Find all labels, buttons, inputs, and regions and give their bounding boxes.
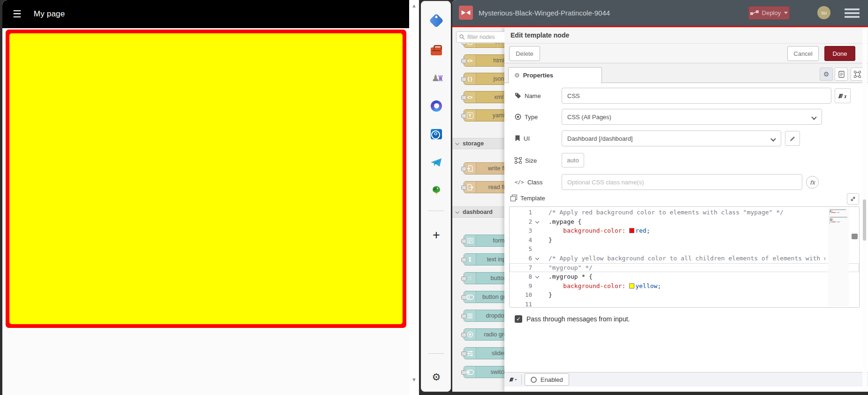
deploy-button[interactable]: Deploy: [748, 6, 790, 20]
code-line-9[interactable]: 9 background-color: yellow;: [510, 281, 859, 291]
code-line-5[interactable]: 5: [510, 244, 859, 254]
ui-select[interactable]: Dashboard [/dashboard]: [562, 130, 781, 146]
palette-node-radio-group[interactable]: radio group: [464, 328, 504, 341]
dashboard-header: ☰ My page: [2, 0, 409, 28]
main-menu-icon[interactable]: [845, 8, 860, 20]
fold-icon[interactable]: [535, 256, 539, 260]
code-line-11[interactable]: 11: [510, 300, 859, 308]
deploy-icon: [750, 10, 759, 15]
bookmark-icon: [515, 135, 520, 142]
type-row: Type CSS (All Pages): [504, 109, 868, 125]
palette-category-dashboard[interactable]: dashboard: [452, 206, 504, 218]
code-icon: </>: [515, 179, 524, 185]
palette-node-html[interactable]: <>html: [464, 54, 504, 67]
user-avatar[interactable]: su: [817, 6, 830, 19]
sidebar-divider: [428, 353, 444, 354]
scope-icon: [515, 114, 521, 120]
code-line-3[interactable]: 3 background-color: red;: [510, 226, 859, 235]
passthrough-checkbox[interactable]: ✓: [515, 315, 522, 323]
palette-node-write-file[interactable]: write file: [464, 162, 504, 175]
object-group-icon: [515, 157, 522, 164]
book-icon: [509, 376, 518, 383]
palette-node-yaml[interactable]: Yyaml: [464, 109, 504, 122]
line-number: 3: [510, 226, 532, 235]
palette-node-button-group[interactable]: button group: [464, 291, 504, 303]
add-icon[interactable]: +: [421, 228, 451, 242]
done-button[interactable]: Done: [824, 46, 855, 61]
appearance-view-button[interactable]: [851, 68, 864, 81]
class-row: </> Class fx: [504, 174, 868, 190]
code-line-8[interactable]: 8.mygroup * {: [510, 272, 859, 281]
palette-node-read-file[interactable]: read file: [464, 181, 504, 193]
expand-editor-button[interactable]: [847, 193, 859, 205]
scroll-down-icon[interactable]: ▼: [409, 377, 419, 382]
color-swatch: [629, 228, 634, 233]
delete-button[interactable]: Delete: [509, 46, 540, 61]
name-input[interactable]: [562, 88, 831, 104]
fold-icon[interactable]: [535, 219, 539, 223]
dashboard-scrollbar[interactable]: ▲ ▼: [409, 0, 419, 395]
browser-app-sidebar: ♟♜+⚙: [421, 1, 451, 392]
code-line-7[interactable]: 7"mygroup" */: [510, 263, 859, 273]
outlook-icon[interactable]: [421, 127, 451, 141]
size-button[interactable]: auto: [562, 153, 584, 167]
games-icon[interactable]: ♟♜: [421, 71, 451, 85]
name-row: Name: [504, 88, 868, 104]
code-line-10[interactable]: 10}: [510, 290, 859, 300]
code-line-1[interactable]: 1/* Apply red background color to elemen…: [510, 208, 859, 217]
editor-minimap[interactable]: [828, 208, 849, 306]
color-swatch: [629, 283, 634, 289]
properties-view-button[interactable]: ⚙: [820, 68, 833, 81]
line-number: 4: [510, 235, 532, 245]
palette-node-json[interactable]: {}json: [464, 73, 504, 85]
cancel-button[interactable]: Cancel: [787, 46, 819, 61]
code-line-2[interactable]: 2.mypage {: [510, 217, 859, 227]
edit-ui-button[interactable]: [785, 131, 800, 146]
palette-node-csv[interactable]: csv: [464, 43, 504, 48]
scroll-up-icon[interactable]: ▲: [409, 3, 419, 8]
tag-icon[interactable]: [421, 14, 451, 28]
code-line-6[interactable]: 6/* Apply yellow background color to all…: [510, 254, 859, 263]
chevron-down-icon: [455, 210, 459, 213]
menu-icon[interactable]: ☰: [13, 8, 22, 20]
palette-search-input[interactable]: [467, 34, 504, 40]
type-select-value: CSS (All Pages): [567, 114, 611, 121]
settings-icon[interactable]: ⚙: [421, 370, 451, 384]
palette-node-slider[interactable]: slider: [464, 347, 504, 359]
code-line-4[interactable]: 4}: [510, 235, 859, 245]
palette-node-dropdown[interactable]: dropdown: [464, 310, 504, 322]
library-button[interactable]: [835, 88, 851, 103]
line-number: 7: [510, 263, 532, 273]
palette-search[interactable]: [456, 31, 504, 43]
screen: ☰ My page ▲ ▼ ♟♜+⚙ Mysterious-Black-Wing…: [0, 0, 868, 395]
tray-scrollbar-thumb[interactable]: [863, 199, 866, 241]
bird-icon[interactable]: [421, 183, 451, 198]
class-input[interactable]: [562, 174, 802, 190]
deploy-caret-icon[interactable]: [784, 12, 788, 14]
tab-properties[interactable]: ⚙ Properties: [508, 67, 602, 84]
palette-node-xml[interactable]: <>xml: [464, 91, 504, 103]
appearance-icon: [854, 71, 861, 78]
node-help-button[interactable]: [509, 376, 518, 383]
toolbox-icon[interactable]: [421, 43, 451, 57]
type-select[interactable]: CSS (All Pages): [562, 109, 822, 125]
office-loop-icon[interactable]: [421, 99, 451, 113]
palette-node-button[interactable]: ☝button: [464, 272, 504, 284]
description-view-button[interactable]: [835, 68, 848, 81]
enabled-toggle-button[interactable]: Enabled: [525, 373, 569, 386]
telegram-icon[interactable]: [421, 155, 451, 169]
book-icon: [838, 93, 847, 99]
gear-icon: ⚙: [823, 70, 830, 78]
line-number: 1: [510, 208, 532, 217]
palette-node-text-input[interactable]: Itext input: [464, 253, 504, 266]
fold-icon[interactable]: [535, 274, 539, 278]
line-number: 9: [510, 281, 532, 291]
template-code-editor[interactable]: 1/* Apply red background color to elemen…: [509, 206, 860, 308]
tray-scrollbar[interactable]: [862, 27, 867, 392]
editor-scrollbar-thumb[interactable]: [852, 234, 858, 239]
palette-category-storage[interactable]: storage: [452, 138, 504, 149]
line-number: 5: [510, 244, 532, 254]
palette-node-form[interactable]: form: [464, 235, 504, 247]
fx-button[interactable]: fx: [806, 176, 819, 189]
palette-node-switch[interactable]: switch: [464, 366, 504, 378]
